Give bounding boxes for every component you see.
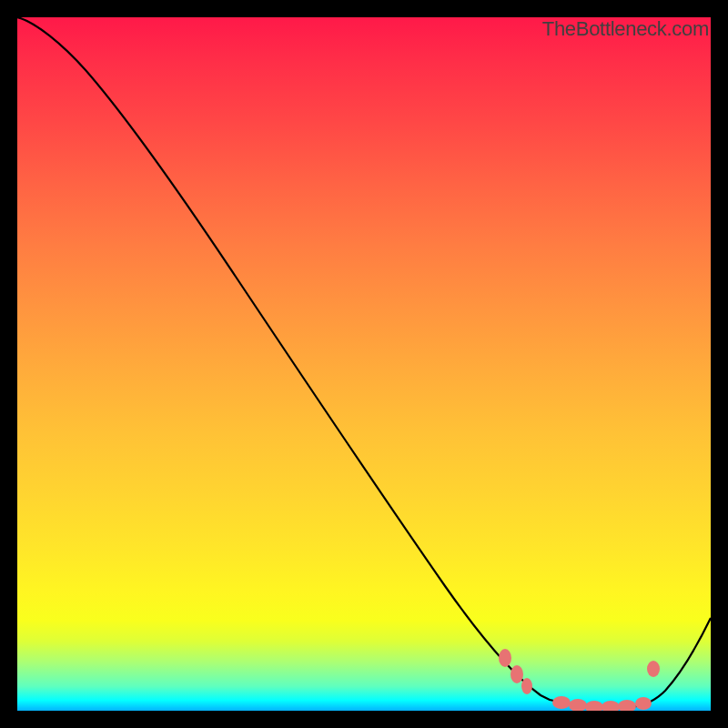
chart-area: TheBottleneck.com (17, 17, 711, 711)
marker-dot (569, 699, 587, 711)
marker-dot (647, 661, 660, 677)
curve-line (17, 17, 711, 707)
marker-dot (635, 697, 652, 710)
marker-dot (521, 678, 532, 694)
watermark-text: TheBottleneck.com (542, 17, 709, 41)
marker-dot (499, 649, 511, 667)
chart-svg (17, 17, 711, 711)
marker-dot (618, 700, 636, 711)
marker-dot (552, 696, 571, 709)
marker-dot (511, 665, 523, 683)
marker-dot (602, 701, 620, 711)
marker-dot (585, 701, 603, 711)
